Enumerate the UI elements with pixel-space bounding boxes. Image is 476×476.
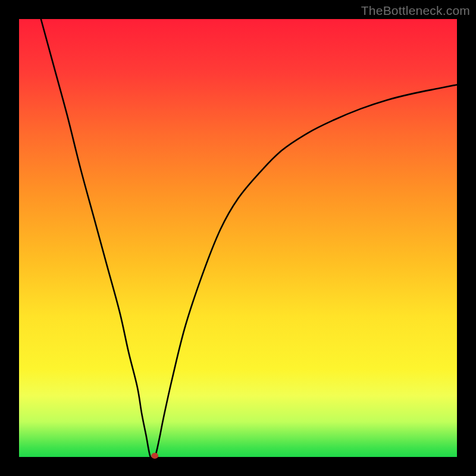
watermark-text: TheBottleneck.com: [361, 4, 470, 18]
bottleneck-curve: [41, 19, 457, 459]
chart-frame: TheBottleneck.com: [0, 0, 476, 476]
curve-layer: [19, 19, 457, 457]
plot-area: [19, 19, 457, 457]
optimum-marker: [151, 453, 158, 459]
